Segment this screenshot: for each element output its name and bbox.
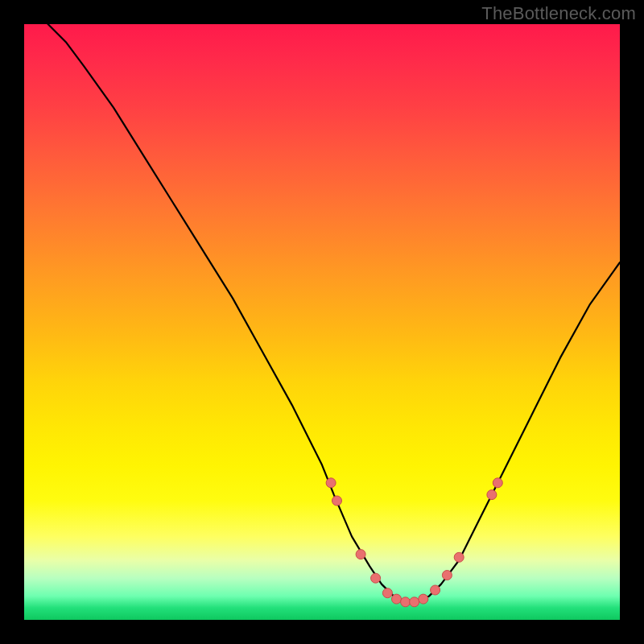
curve-marker [442, 571, 452, 580]
plot-area [24, 24, 620, 620]
curve-marker [410, 597, 419, 607]
bottleneck-curve [48, 24, 620, 602]
curve-marker [401, 597, 411, 607]
curve-marker [493, 478, 502, 488]
curve-marker [382, 588, 392, 598]
curve-marker [431, 585, 440, 595]
curve-marker [356, 550, 365, 559]
curve-marker [332, 496, 342, 506]
curve-marker [454, 552, 464, 562]
curve-marker [326, 478, 336, 488]
curve-svg [24, 24, 620, 620]
curve-marker [419, 594, 428, 604]
curve-markers [326, 478, 502, 607]
curve-marker [487, 490, 497, 500]
watermark-label: TheBottleneck.com [481, 3, 636, 24]
curve-marker [392, 594, 402, 604]
chart-frame: TheBottleneck.com [0, 0, 644, 644]
curve-marker [371, 573, 381, 583]
